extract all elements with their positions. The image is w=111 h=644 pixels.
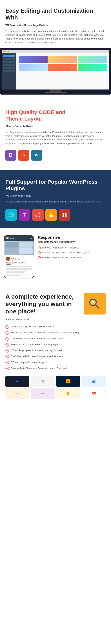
- nav-dot-1: [29, 238, 29, 238]
- sidebar-item-2: [3, 58, 15, 60]
- mobile-nav-dots: [29, 238, 32, 238]
- responsive-feature-1: Improved Page Builder for Responsive: [38, 246, 108, 249]
- quform-icon: ?: [5, 209, 17, 221]
- sidebar-item-4: [3, 64, 15, 66]
- mobile-date: Apr 10, 2017: [11, 259, 20, 260]
- svg-point-22: [93, 380, 95, 382]
- feature-item-6: + RevSlider - WPML - WooCommerce and all…: [5, 355, 106, 358]
- hero-grid-4: [19, 248, 33, 254]
- feature-plus-7: +: [5, 361, 9, 364]
- responsive-feature-text-3: Improved Page Builder With new Options: [42, 256, 82, 259]
- tool-icon-7: [56, 388, 80, 399]
- svg-rect-5: [65, 213, 67, 214]
- mobile-logo: Thinuno: [6, 237, 14, 239]
- feature-text-1: WPBakery Page Builder - 50+ Shortcodes: [11, 325, 54, 328]
- sidebar-item-3: [3, 61, 15, 63]
- svg-text:?: ?: [10, 213, 12, 216]
- svg-text:</>: </>: [15, 392, 20, 395]
- editing-title: Easy Editing and Customization With: [5, 7, 106, 21]
- dot-red: [3, 51, 5, 52]
- experience-graphic: [84, 293, 106, 314]
- svg-line-10: [95, 304, 99, 308]
- sidebar-item-1: [3, 55, 15, 57]
- svg-text:Ps: Ps: [16, 380, 19, 383]
- feature-text-7: 5 Rated Help & Customer Support!: [11, 361, 47, 364]
- editing-description: You can create unlimited page structures…: [5, 30, 106, 44]
- revolution-icon: [32, 209, 44, 221]
- feature-plus-6: +: [5, 355, 9, 358]
- tool-icon-6: ✏: [31, 388, 55, 399]
- svg-rect-26: [68, 394, 69, 395]
- feature-text-3: Unlimited Custom Page Templates and Post…: [11, 337, 63, 340]
- svg-rect-6: [63, 215, 64, 217]
- feature-plus-1: +: [5, 325, 9, 329]
- svg-rect-7: [65, 215, 67, 217]
- feature-plus-3: +: [5, 337, 9, 341]
- text-line-7: [6, 275, 21, 276]
- svg-rect-27: [92, 392, 96, 394]
- responsive-feature-text-2: Customizable Responsive Grid and Row Lay…: [42, 251, 89, 254]
- ps-icon-svg: Ps: [15, 378, 20, 384]
- feature-text-4: Translation - Turn your site into any la…: [11, 343, 58, 346]
- complete-tagline: A few, hundreds more!: [5, 318, 106, 321]
- feature-text-8: Basic website Elements - Carousels, Maps…: [11, 367, 69, 370]
- mobile-icon-svg: [66, 391, 71, 396]
- tool-icon-8: [82, 388, 106, 399]
- grid-card-6: [78, 64, 107, 71]
- revolution-svg: [35, 212, 41, 218]
- tool-icon-5: </>: [5, 388, 29, 399]
- check-icon-2: [38, 251, 41, 254]
- feature-item-2: + Theme Options Panel - Thousands of set…: [5, 331, 106, 335]
- svg-rect-3: [50, 215, 53, 217]
- grid-svg: [62, 212, 67, 218]
- grid-card-5: [48, 64, 77, 71]
- nav-dot-2: [30, 238, 31, 238]
- lock-svg: [49, 212, 54, 218]
- text-line-1: [6, 266, 32, 267]
- tool-icon-4: [82, 376, 106, 387]
- text-line-6: [6, 274, 29, 274]
- svg-text:☕: ☕: [41, 379, 45, 384]
- experience-svg: [88, 296, 102, 311]
- svg-text:Ai: Ai: [67, 380, 69, 383]
- quform-svg: ?: [8, 212, 14, 218]
- mobile-body-content: Admin Apr 10, 2017 Responsive Theme - Mo…: [4, 255, 34, 278]
- mobile-avatar: [6, 256, 10, 261]
- mobile-mockup: Thinuno Admin Apr 10, 2017: [3, 235, 34, 278]
- cloud-icon-svg: [91, 379, 96, 384]
- responsive-title: Responsive: [38, 235, 108, 240]
- feature-list: + WPBakery Page Builder - 50+ Shortcodes…: [5, 325, 106, 370]
- svg-rect-4: [63, 213, 64, 214]
- seven-icon: 7: [19, 209, 30, 221]
- laptop-screen: [2, 50, 109, 90]
- laptop-base: [45, 92, 66, 93]
- mobile-hero-grid: [4, 241, 34, 255]
- mobile-post-title: Responsive Theme - Mobile Ready: [6, 262, 32, 266]
- svg-marker-28: [93, 394, 94, 395]
- feature-plus-5: +: [5, 349, 9, 352]
- tool-icon-2: ☕: [31, 376, 55, 387]
- section-support: Full Support for Popular WordPress Plugi…: [0, 170, 111, 228]
- feature-text-2: Theme Options Panel - Thousands of setti…: [11, 331, 80, 334]
- laptop-content-area: [2, 54, 109, 90]
- feature-item-3: + Unlimited Custom Page Templates and Po…: [5, 337, 106, 341]
- code-subtitle: Clearly Bound to Rules: [5, 124, 106, 128]
- check-icon-1: [38, 246, 41, 249]
- grid-card-4: [19, 64, 48, 71]
- hero-grid-2: [19, 242, 33, 248]
- mobile-author-row: Admin Apr 10, 2017: [6, 256, 32, 261]
- ai-icon-svg: Ai: [66, 378, 71, 384]
- svg-text:✏: ✏: [41, 391, 45, 396]
- tools-grid: Ps ☕ Ai: [5, 376, 106, 399]
- laptop-sidebar: [2, 54, 16, 90]
- section-complete: A complete experience, everything you wa…: [0, 286, 111, 410]
- feature-plus-4: +: [5, 343, 9, 347]
- experience-image-container: [84, 293, 106, 314]
- laptop-titlebar: [2, 50, 109, 54]
- feature-item-1: + WPBakery Page Builder - 50+ Shortcodes: [5, 325, 106, 329]
- section-code: High Quality CODE andTheme Layout Clearl…: [0, 100, 111, 170]
- dot-yellow: [5, 51, 7, 52]
- dot-green: [7, 51, 9, 52]
- support-title: Full Support for Popular WordPress Plugi…: [5, 179, 106, 192]
- code-title-highlight: CODE: [39, 109, 54, 115]
